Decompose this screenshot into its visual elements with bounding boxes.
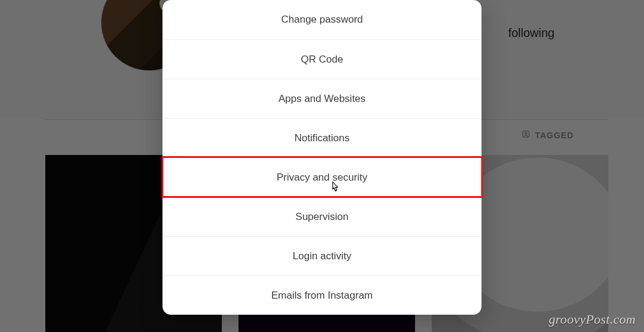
menu-item-label: Privacy and security [277,172,367,184]
menu-item-emails-from-instagram[interactable]: Emails from Instagram [163,275,482,315]
menu-item-apps-and-websites[interactable]: Apps and Websites [163,79,482,118]
menu-item-login-activity[interactable]: Login activity [163,236,482,275]
settings-menu-modal: Change password QR Code Apps and Website… [163,0,482,315]
menu-item-qr-code[interactable]: QR Code [163,39,482,79]
menu-item-supervision[interactable]: Supervision [163,197,482,236]
menu-item-label: QR Code [301,54,343,66]
menu-item-change-password[interactable]: Change password [163,0,482,39]
menu-item-label: Notifications [295,132,350,144]
menu-item-label: Emails from Instagram [271,290,373,302]
menu-item-label: Change password [281,14,363,26]
menu-item-privacy-and-security[interactable]: Privacy and security [163,157,482,197]
watermark-text: groovyPost.com [549,312,636,327]
menu-item-label: Supervision [296,211,349,223]
menu-item-label: Login activity [293,250,351,262]
menu-item-label: Apps and Websites [278,93,366,105]
menu-item-notifications[interactable]: Notifications [163,118,482,157]
screenshot-stage: following TAGGED Change password QR Cod [0,0,644,332]
